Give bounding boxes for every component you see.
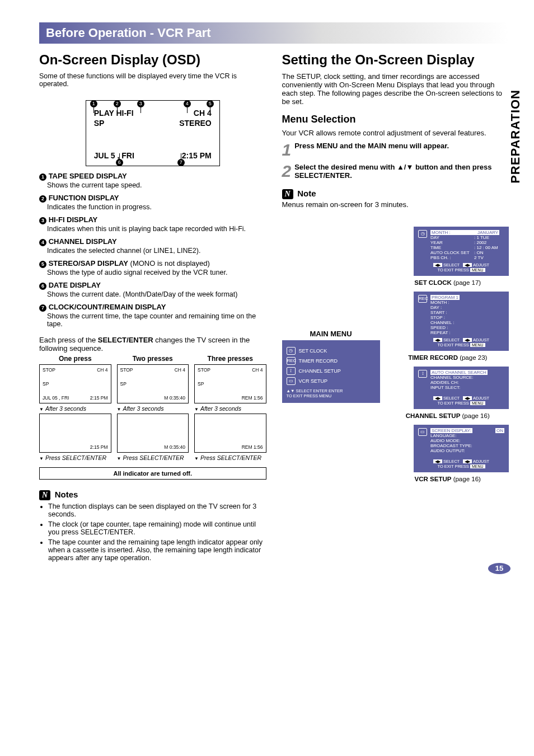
note-body: Menus remain on-screen for 3 minutes. (282, 200, 509, 209)
seq-box-1b: 2:15 PM (39, 414, 111, 453)
osd-item-3: 3 HI-FI DISPLAY Indicates when this unit… (39, 215, 266, 233)
setting-title: Setting the On-Screen Display (282, 52, 509, 68)
osd-sample: 1 2 3 4 5 PLAY HI-FI CH 4 SP ST (80, 100, 226, 166)
side-tab: PREPARATION (508, 90, 523, 184)
item-num: 1 (39, 173, 46, 181)
timer-record-panel: REC PROGRAM 1 MONTH : DAY : START : STOP… (414, 292, 509, 351)
osd-title: On-Screen Display (OSD) (39, 52, 266, 68)
item-title: FUNCTION DISPLAY (49, 194, 119, 202)
vcr-setup-caption: VCR SETUP (page 16) (387, 476, 509, 482)
seq-box-2b: M 0:35:40 (117, 414, 189, 453)
item-body: Shows the current time, the tape counter… (47, 312, 266, 328)
item-num: 5 (39, 261, 46, 268)
clock-icon: ◷ (287, 347, 296, 355)
step-1: 1 Press MENU and the MAIN menu will appe… (282, 142, 509, 158)
main-menu-title: MAIN MENU (282, 330, 380, 338)
cassette-icon: ▭ (287, 377, 296, 385)
seq-press: Press SELECT/ENTER (117, 454, 189, 461)
main-menu-item: RECTIMER RECORD (287, 357, 376, 365)
notes-title: Notes (55, 490, 78, 499)
step-num-1: 1 (282, 142, 292, 158)
submenu-column: ◷ MONTH :JANUARY DAY: 1 TUE YEAR: 2002 T… (387, 223, 509, 488)
osd-play-hifi: PLAY HI-FI (94, 109, 134, 118)
osd-item-5: 5 STEREO/SAP DISPLAY (MONO is not displa… (39, 259, 266, 276)
step-2: 2 Select the desired menu with ▲/▼ butto… (282, 163, 509, 180)
page-number: 15 (487, 562, 512, 575)
note-item: The tape counter and the remaining tape … (48, 538, 266, 562)
set-clock-caption: SET CLOCK (page 17) (387, 279, 509, 286)
seq-header: One press (39, 355, 111, 363)
antenna-icon: ⟟ (287, 367, 296, 375)
osd-item-4: 4 CHANNEL DISPLAY Indicates the selected… (39, 237, 266, 255)
main-menu-item: ⟟CHANNEL SETUP (287, 367, 376, 375)
item-body: Indicates the function in progress. (47, 203, 266, 211)
notes-section: N Notes The function displays can be see… (39, 490, 266, 562)
seq-header: Three presses (194, 355, 266, 363)
item-extra: (MONO is not displayed) (128, 259, 210, 267)
osd-item-7: 7 CLOCK/COUNT/REMAIN DISPLAY Shows the c… (39, 303, 266, 328)
note-item: The function displays can be seen displa… (48, 503, 266, 518)
main-menu-item: ▭VCR SETUP (287, 377, 376, 385)
seq-col-2: Two presses STOPCH 4 SP M 0:35:40 After … (117, 353, 189, 463)
seq-box-2a: STOPCH 4 SP M 0:35:40 (117, 364, 189, 403)
item-title: CHANNEL DISPLAY (49, 237, 117, 246)
note-item: The clock (or tape counter, tape remaini… (48, 520, 266, 536)
rec-icon: REC (418, 295, 427, 303)
item-body: Shows the type of audio signal received … (47, 269, 266, 276)
seq-press: Press SELECT/ENTER (39, 454, 111, 461)
cassette-icon: ▭ (418, 428, 427, 436)
seq-header: Two presses (117, 355, 189, 363)
seq-press: Press SELECT/ENTER (194, 454, 266, 461)
item-body: Shows the current tape speed. (47, 181, 266, 189)
osd-item-2: 2 FUNCTION DISPLAY Indicates the functio… (39, 194, 266, 211)
menu-selection-intro: Your VCR allows remote control adjustmen… (282, 129, 509, 137)
svg-text:15: 15 (495, 564, 503, 572)
marker-7: 7 (177, 159, 185, 166)
channel-setup-caption: CHANNEL SETUP (page 16) (387, 412, 509, 419)
section-banner: Before Operation - VCR Part (39, 22, 509, 44)
seq-col-3: Three presses STOPCH 4 SP REM 1:56 After… (194, 353, 266, 463)
main-menu-panel: ◷SET CLOCK RECTIMER RECORD ⟟CHANNEL SETU… (282, 340, 380, 403)
main-menu-block: MAIN MENU ◷SET CLOCK RECTIMER RECORD ⟟CH… (282, 330, 380, 403)
seq-caption: After 3 seconds (39, 405, 111, 412)
item-title: TAPE SPEED DISPLAY (49, 172, 127, 180)
marker-3: 3 (137, 100, 144, 107)
marker-1: 1 (90, 100, 97, 107)
channel-setup-panel: ⟟ AUTO CHANNEL SEARCH CHANNEL SOURCE: AD… (414, 367, 509, 409)
osd-item-1: 1 TAPE SPEED DISPLAY Shows the current t… (39, 172, 266, 189)
item-num: 4 (39, 239, 46, 246)
item-body: Shows the current date. (Month/Date/Day … (47, 290, 266, 298)
seq-box-3b: REM 1:56 (194, 414, 266, 453)
note-section: N Note Menus remain on-screen for 3 minu… (282, 189, 509, 209)
vcr-setup-panel: ▭ SCREEN DISPLAY:ON LANGUAGE: AUDIO MODE… (414, 425, 509, 472)
note-icon: N (39, 490, 50, 500)
item-title: STEREO/SAP DISPLAY (49, 259, 128, 267)
osd-stereo: STEREO (179, 119, 212, 128)
seq-box-3a: STOPCH 4 SP REM 1:56 (194, 364, 266, 403)
antenna-icon: ⟟ (418, 370, 427, 378)
timer-record-caption: TIMER RECORD (page 23) (387, 354, 509, 361)
seq-caption: After 3 seconds (194, 405, 266, 412)
all-off-box: All indicator are turned off. (39, 467, 266, 480)
marker-4: 4 (184, 100, 191, 107)
item-title: CLOCK/COUNT/REMAIN DISPLAY (49, 303, 166, 311)
item-num: 6 (39, 283, 46, 290)
seq-box-1a: STOPCH 4 SP JUL 05 , FRI2:15 PM (39, 364, 111, 403)
item-body: Indicates the selected channel (or LINE1… (47, 247, 266, 255)
osd-intro: Some of these functions will be displaye… (39, 72, 266, 88)
marker-2: 2 (114, 100, 121, 107)
note-icon: N (282, 189, 293, 199)
clock-icon: ◷ (418, 230, 427, 238)
setting-intro: The SETUP, clock setting, and timer reco… (282, 72, 509, 106)
osd-date: JUL 5 , FRI (94, 151, 134, 160)
set-clock-panel: ◷ MONTH :JANUARY DAY: 1 TUE YEAR: 2002 T… (414, 227, 509, 276)
seq-intro: Each press of the SELECT/ENTER changes t… (39, 336, 266, 353)
osd-item-6: 6 DATE DISPLAY Shows the current date. (… (39, 281, 266, 298)
item-num: 3 (39, 217, 46, 224)
osd-time: 2:15 PM (182, 151, 212, 160)
marker-5: 5 (207, 100, 214, 107)
item-title: HI-FI DISPLAY (49, 215, 98, 224)
osd-channel: CH 4 (194, 109, 212, 118)
right-column: Setting the On-Screen Display The SETUP,… (282, 52, 509, 564)
item-num: 7 (39, 304, 46, 312)
